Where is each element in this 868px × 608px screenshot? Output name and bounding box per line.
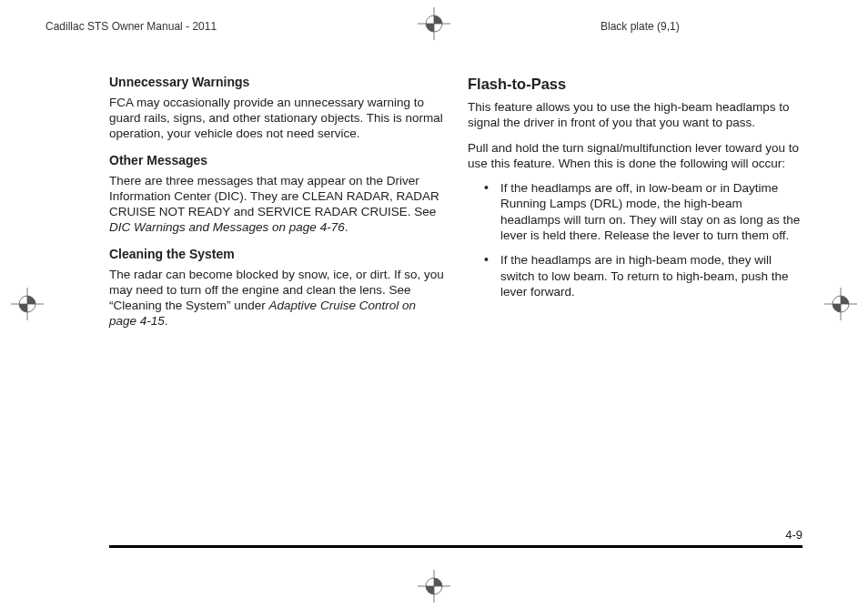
list-item: If the headlamps are in high-beam mode, … [484,252,802,299]
para-other-messages: There are three messages that may appear… [109,173,444,236]
registration-mark-icon [418,570,450,603]
page-header: Cadillac STS Owner Manual - 2011 Black p… [0,18,868,38]
page-footer: 4-9 [109,528,802,548]
heading-cleaning-system: Cleaning the System [109,247,444,263]
left-column: Unnecessary Warnings FCA may occasionall… [109,75,444,528]
xref-dic-warnings: DIC Warnings and Messages on page 4-76 [109,220,345,234]
flash-bullet-list: If the headlamps are off, in low-beam or… [468,180,802,299]
para-unnecessary-warnings: FCA may occasionally provide an unnecess… [109,95,444,142]
para-cleaning-system: The radar can become blocked by snow, ic… [109,267,444,329]
plate-info: Black plate (9,1) [601,20,680,33]
page-content: Unnecessary Warnings FCA may occasionall… [109,75,802,528]
heading-flash-to-pass: Flash-to-Pass [468,75,802,94]
heading-unnecessary-warnings: Unnecessary Warnings [109,75,444,91]
para-flash-1: This feature allows you to use the high-… [468,99,802,131]
footer-rule [109,545,802,548]
manual-title: Cadillac STS Owner Manual - 2011 [45,20,217,33]
page-number: 4-9 [109,528,802,542]
registration-mark-icon [824,288,857,320]
list-item: If the headlamps are off, in low-beam or… [484,180,802,243]
para-flash-2: Pull and hold the turn signal/multifunct… [468,140,802,172]
right-column: Flash-to-Pass This feature allows you to… [468,75,802,528]
registration-mark-icon [11,288,44,320]
heading-other-messages: Other Messages [109,153,444,169]
